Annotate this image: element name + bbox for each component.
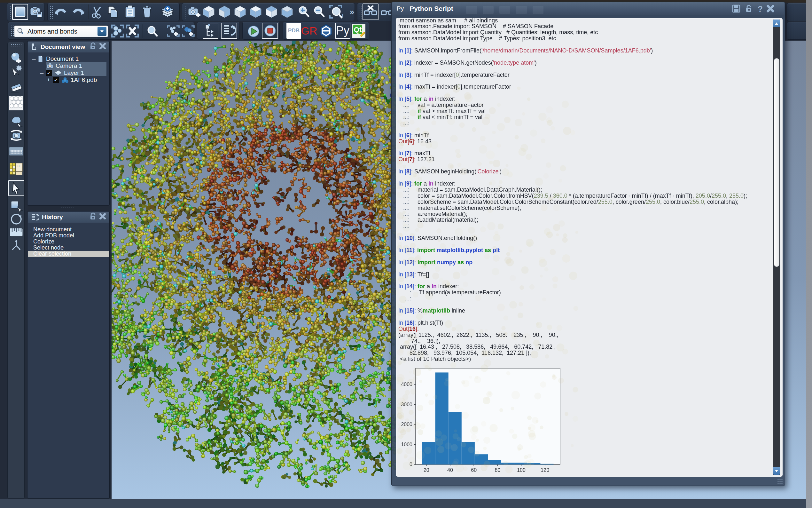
svg-text:Qt: Qt <box>354 26 362 34</box>
svg-text:100: 100 <box>517 467 526 473</box>
svg-text:40: 40 <box>447 467 453 473</box>
svg-text:120: 120 <box>540 467 549 473</box>
svg-text:2000: 2000 <box>401 422 413 427</box>
svg-text:20: 20 <box>424 467 429 473</box>
svg-text:3000: 3000 <box>401 402 413 407</box>
svg-text:1000: 1000 <box>401 442 413 447</box>
svg-text:80: 80 <box>494 467 500 473</box>
svg-text:?: ? <box>758 4 763 13</box>
svg-text:H: H <box>17 165 19 168</box>
svg-text:4000: 4000 <box>401 382 413 387</box>
svg-text:60: 60 <box>471 467 477 473</box>
svg-text:0: 0 <box>410 462 413 467</box>
